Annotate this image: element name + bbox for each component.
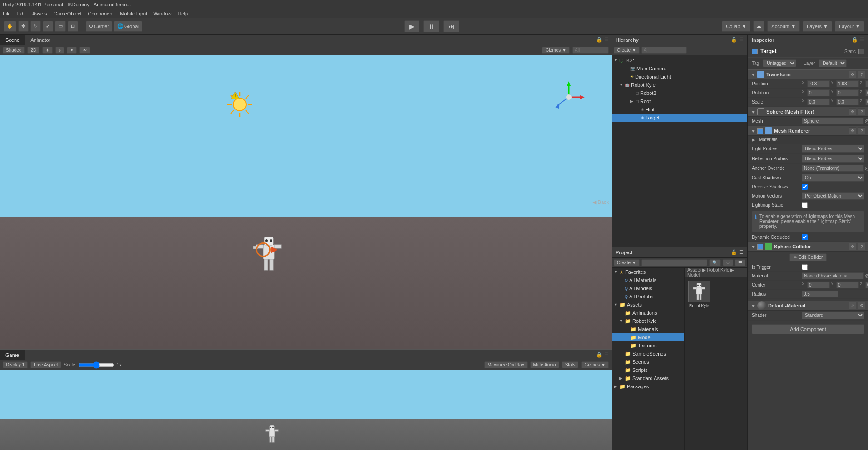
- scene-search[interactable]: [572, 47, 609, 54]
- game-gizmos[interactable]: Gizmos ▼: [581, 361, 609, 368]
- hierarchy-scene-root[interactable]: ▼ ⬡ IK2*: [612, 56, 747, 64]
- game-menu-icon[interactable]: ☰: [604, 352, 609, 358]
- menu-file[interactable]: File: [3, 11, 11, 16]
- proj-standard-assets[interactable]: ▶ 📁 Standard Assets: [612, 374, 684, 382]
- hierarchy-item-root[interactable]: ▶ ◻ Root: [612, 97, 747, 105]
- proj-list-btn[interactable]: ☰: [735, 259, 745, 266]
- mv-select[interactable]: Per Object Motion: [802, 192, 864, 200]
- move-tool[interactable]: ✥: [18, 21, 29, 32]
- proj-packages[interactable]: ▶ 📁 Packages: [612, 382, 684, 391]
- proj-search-btn[interactable]: 🔍: [709, 259, 721, 266]
- tab-scene[interactable]: Scene: [0, 35, 25, 45]
- center-y[interactable]: [836, 282, 859, 288]
- proj-textures[interactable]: 📁 Textures: [612, 341, 684, 350]
- center-z[interactable]: [865, 282, 868, 288]
- rp-select[interactable]: Blend Probes: [802, 155, 864, 163]
- proj-menu-icon[interactable]: ☰: [739, 249, 744, 255]
- add-component-button[interactable]: Add Component: [752, 324, 864, 334]
- shading-dropdown[interactable]: Shaded: [3, 47, 25, 54]
- proj-all-prefabs[interactable]: Q All Prefabs: [612, 292, 684, 301]
- scale-y[interactable]: [836, 99, 859, 105]
- menu-mobile-input[interactable]: Mobile Input: [120, 11, 147, 16]
- hierarchy-item-robotkyle[interactable]: ▼ 🤖 Robot Kyle: [612, 81, 747, 89]
- proj-favorites[interactable]: ▼ ★ Favorites: [612, 268, 684, 276]
- hierarchy-item-robot2[interactable]: ◻ Robot2: [612, 89, 747, 97]
- position-y[interactable]: [836, 80, 859, 87]
- proj-create-btn[interactable]: Create ▼: [614, 259, 640, 266]
- insp-lock-icon[interactable]: 🔒: [852, 37, 858, 43]
- position-z[interactable]: [865, 80, 868, 87]
- hierarchy-item-dirlight[interactable]: ☀ Directional Light: [612, 73, 747, 81]
- audio-btn[interactable]: ♪: [55, 47, 64, 54]
- pm-value[interactable]: [802, 272, 864, 279]
- proj-all-materials[interactable]: Q All Materials: [612, 276, 684, 284]
- col-settings-icon[interactable]: ⚙: [849, 243, 856, 250]
- ao-icon[interactable]: ◎: [865, 165, 868, 171]
- is-trigger-checkbox[interactable]: [802, 264, 808, 270]
- scale-x[interactable]: [807, 99, 830, 105]
- object-active-checkbox[interactable]: [752, 49, 758, 54]
- proj-lock-icon[interactable]: 🔒: [731, 249, 737, 255]
- center-button[interactable]: ⊙ Center: [86, 21, 112, 32]
- proj-animations[interactable]: 📁 Animations: [612, 309, 684, 317]
- mat-goto-icon[interactable]: ↗: [849, 302, 856, 309]
- materials-arrow[interactable]: ▶: [752, 138, 757, 142]
- scene-canvas[interactable]: !: [0, 55, 612, 349]
- proj-assets[interactable]: ▼ 📁 Assets: [612, 301, 684, 309]
- maximize-on-play[interactable]: Maximize On Play: [484, 361, 528, 368]
- position-x[interactable]: [807, 80, 830, 87]
- game-canvas[interactable]: [0, 370, 612, 450]
- menu-help[interactable]: Help: [178, 11, 188, 16]
- layout-button[interactable]: Layout ▼: [835, 21, 864, 32]
- proj-star-btn[interactable]: ☆: [723, 259, 733, 266]
- radius-value[interactable]: [802, 291, 838, 297]
- collider-header[interactable]: ▼ Sphere Collider ⚙ ?: [748, 242, 868, 252]
- rotate-tool[interactable]: ↻: [30, 21, 41, 32]
- step-button[interactable]: ⏭: [443, 20, 459, 32]
- rect-tool[interactable]: ▭: [55, 21, 66, 32]
- scale-slider[interactable]: [78, 361, 114, 369]
- hand-tool[interactable]: ✋: [4, 21, 16, 32]
- static-checkbox[interactable]: [858, 49, 864, 54]
- material-header[interactable]: ▼ Default-Material ↗ ⚙: [748, 301, 868, 311]
- proj-robot-kyle[interactable]: ▼ 📁 Robot Kyle: [612, 317, 684, 325]
- pm-icon[interactable]: ◎: [865, 273, 868, 279]
- menu-gameobject[interactable]: GameObject: [54, 11, 82, 16]
- mf-settings-icon[interactable]: ⚙: [849, 108, 856, 115]
- ao-value[interactable]: [802, 165, 864, 172]
- scale-z[interactable]: [865, 99, 868, 105]
- hierarchy-item-hint[interactable]: ◈ Hint: [612, 105, 747, 114]
- rotation-x[interactable]: [807, 89, 830, 96]
- hidden-btn[interactable]: 👁: [79, 47, 90, 54]
- hierarchy-item-maincamera[interactable]: 📷 Main Camera: [612, 64, 747, 73]
- col-help-icon[interactable]: ?: [858, 243, 865, 250]
- proj-scripts[interactable]: 📁 Scripts: [612, 366, 684, 374]
- lights-btn[interactable]: ☀: [42, 47, 53, 54]
- layer-dropdown[interactable]: Default: [819, 59, 847, 67]
- proj-search[interactable]: [641, 259, 707, 266]
- game-lock-icon[interactable]: 🔒: [596, 352, 602, 358]
- edit-collider-button[interactable]: ✏ Edit Collider: [789, 253, 827, 261]
- gizmos-btn[interactable]: Gizmos ▼: [542, 47, 570, 54]
- mf-help-icon[interactable]: ?: [858, 108, 865, 115]
- scale-tool[interactable]: ⤢: [43, 21, 53, 32]
- hier-lock-icon[interactable]: 🔒: [731, 37, 737, 43]
- proj-scenes[interactable]: 📁 Scenes: [612, 358, 684, 366]
- tab-animator[interactable]: Animator: [25, 35, 56, 45]
- collab-button[interactable]: Collab ▼: [722, 21, 750, 32]
- mesh-value[interactable]: [802, 118, 864, 124]
- tab-game[interactable]: Game: [0, 350, 25, 361]
- do-checkbox[interactable]: [802, 234, 808, 240]
- proj-samplescenes[interactable]: 📁 SampleScenes: [612, 350, 684, 358]
- mr-help-icon[interactable]: ?: [858, 127, 865, 134]
- cloud-button[interactable]: ☁: [753, 21, 764, 32]
- insp-menu-icon[interactable]: ☰: [860, 37, 864, 43]
- pause-button[interactable]: ⏸: [423, 20, 439, 32]
- center-x[interactable]: [807, 282, 830, 288]
- menu-component[interactable]: Component: [88, 11, 113, 16]
- mesh-select-icon[interactable]: ◎: [865, 118, 868, 124]
- 2d-button[interactable]: 2D: [27, 47, 39, 54]
- hierarchy-item-target[interactable]: ◈ Target: [612, 114, 747, 122]
- mat-settings-icon[interactable]: ⚙: [858, 302, 865, 309]
- menu-assets[interactable]: Assets: [32, 11, 47, 16]
